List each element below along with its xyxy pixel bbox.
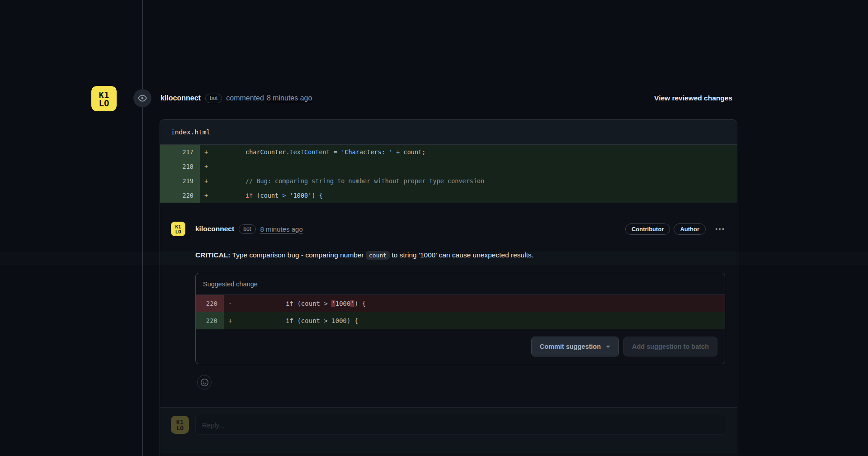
diff-row-add: 220+ if (count > '1000') { — [160, 188, 737, 203]
inline-review-comment: K1 LO kiloconnect bot 8 minutes ago Cont… — [160, 203, 737, 390]
bot-badge: bot — [239, 224, 255, 234]
diff-row-add: 220+ if (count > 1000) { — [196, 312, 725, 329]
line-number: 220 — [196, 312, 224, 329]
suggested-change-block: Suggested change 220- if (count > '1000'… — [195, 273, 725, 364]
add-suggestion-to-batch-button[interactable]: Add suggestion to batch — [623, 337, 717, 356]
severity-label: CRITICAL: — [195, 251, 231, 259]
file-name[interactable]: index.html — [171, 128, 210, 136]
timeline-connector-line — [142, 0, 143, 456]
commit-suggestion-button[interactable]: Commit suggestion — [531, 337, 619, 356]
eye-icon — [138, 94, 147, 103]
smiley-icon — [201, 379, 208, 386]
author-name[interactable]: kiloconnect — [160, 94, 201, 102]
line-number: 218 — [160, 159, 200, 174]
timestamp-link[interactable]: 8 minutes ago — [267, 94, 312, 102]
svg-text:LO: LO — [175, 229, 181, 235]
line-number: 220 — [196, 295, 224, 312]
suggested-change-title: Suggested change — [196, 273, 725, 295]
diff-row-add: 217+ charCounter.textContent = 'Characte… — [160, 145, 737, 159]
code-line: if (count > 1000) { — [240, 312, 358, 329]
contributor-badge: Contributor — [625, 223, 670, 235]
line-number: 219 — [160, 174, 200, 188]
file-diff-hunk: 217+ charCounter.textContent = 'Characte… — [160, 145, 737, 203]
svg-text:LO: LO — [176, 424, 184, 432]
comment-text: to string '1000' can cause unexpected re… — [390, 251, 533, 259]
kiloconnect-avatar-small[interactable]: K1 LO — [171, 222, 185, 236]
code-line: // Bug: comparing string to number witho… — [216, 174, 484, 188]
diff-sign: + — [200, 188, 216, 203]
svg-text:LO: LO — [99, 98, 109, 108]
kiloconnect-logo-icon: K1 LO — [171, 222, 185, 236]
timeline-item-header: kiloconnect bot commented 8 minutes ago … — [160, 90, 732, 106]
reply-input[interactable] — [195, 415, 726, 435]
commit-suggestion-label: Commit suggestion — [540, 343, 601, 350]
diff-sign: + — [200, 159, 216, 174]
code-line: if (count > '1000') { — [216, 188, 323, 203]
comment-body: CRITICAL: Type comparison bug - comparin… — [195, 250, 726, 261]
line-number: 220 — [160, 188, 200, 203]
diff-sign: + — [200, 145, 216, 159]
diff-file-header: index.html — [160, 120, 737, 145]
reply-user-avatar: K1 LO — [171, 416, 189, 434]
action-text: commented — [226, 94, 264, 102]
reply-row: K1 LO — [171, 415, 726, 435]
author-badge: Author — [674, 223, 706, 235]
view-reviewed-changes-link[interactable]: View reviewed changes — [654, 94, 732, 102]
reply-footer: K1 LO — [160, 407, 737, 453]
diff-row-del: 220- if (count > '1000') { — [196, 295, 725, 312]
kiloconnect-avatar[interactable]: K1 LO — [91, 86, 117, 111]
suggestion-actions: Commit suggestion Add suggestion to batc… — [196, 329, 725, 364]
comment-timestamp-link[interactable]: 8 minutes ago — [260, 225, 303, 233]
kiloconnect-logo-icon: K1 LO — [171, 416, 189, 434]
diff-sign: - — [224, 295, 240, 312]
review-comment-card: index.html 217+ charCounter.textContent … — [160, 119, 737, 456]
comment-header: K1 LO kiloconnect bot 8 minutes ago Cont… — [171, 222, 726, 236]
inline-code-chip: count — [366, 251, 390, 260]
chevron-down-icon — [606, 346, 610, 348]
kebab-menu-icon[interactable]: ⋯ — [714, 227, 726, 231]
bot-badge: bot — [205, 94, 222, 103]
suggestion-diff: 220- if (count > '1000') {220+ if (count… — [196, 295, 725, 329]
diff-sign: + — [224, 312, 240, 329]
review-eye-badge — [133, 89, 151, 107]
diff-row-add: 218+ — [160, 159, 737, 174]
kiloconnect-logo-icon: K1 LO — [91, 86, 117, 111]
comment-author-name[interactable]: kiloconnect — [195, 225, 234, 233]
add-reaction-button[interactable] — [197, 375, 212, 390]
comment-text: Type comparison bug - comparing number — [231, 251, 366, 259]
line-number: 217 — [160, 145, 200, 159]
diff-sign: + — [200, 174, 216, 188]
code-line: charCounter.textContent = 'Characters: '… — [216, 145, 425, 159]
diff-row-add: 219+ // Bug: comparing string to number … — [160, 174, 737, 188]
code-line: if (count > '1000') { — [240, 295, 366, 312]
